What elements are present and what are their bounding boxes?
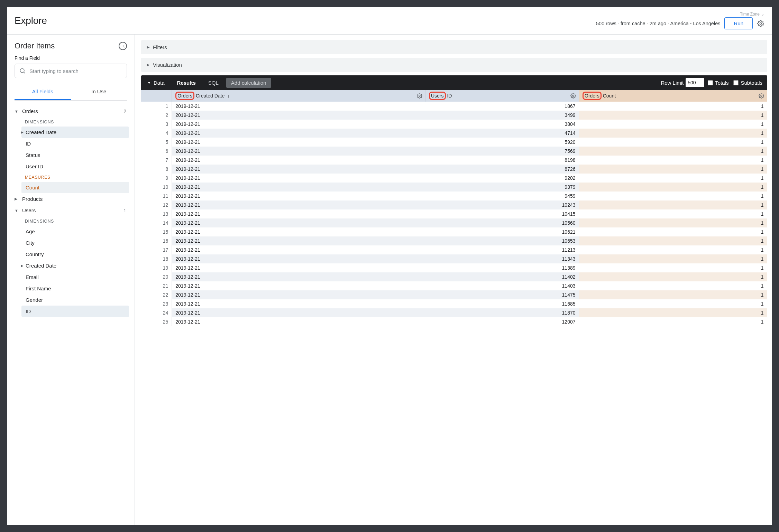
- cell[interactable]: 2019-12-21: [172, 281, 425, 290]
- table-row[interactable]: 212019-12-21114031: [141, 281, 767, 290]
- cell[interactable]: 2019-12-21: [172, 200, 425, 209]
- cell[interactable]: 12007: [425, 317, 579, 326]
- cell[interactable]: 1: [579, 254, 767, 263]
- cell[interactable]: 10243: [425, 200, 579, 209]
- cell[interactable]: 10560: [425, 218, 579, 227]
- cell[interactable]: 2019-12-21: [172, 192, 425, 200]
- totals-checkbox[interactable]: [708, 80, 713, 85]
- table-row[interactable]: 142019-12-21105601: [141, 218, 767, 227]
- cell[interactable]: 8726: [425, 165, 579, 174]
- table-row[interactable]: 22019-12-2134991: [141, 111, 767, 120]
- cell[interactable]: 1: [579, 165, 767, 174]
- field-email[interactable]: Email: [21, 271, 129, 283]
- field-created-date[interactable]: ▶Created Date: [21, 127, 129, 138]
- cell[interactable]: 1: [579, 156, 767, 165]
- field-status[interactable]: Status: [21, 149, 129, 161]
- filters-section[interactable]: ▶ Filters: [141, 40, 767, 54]
- field-user-id[interactable]: User ID: [21, 161, 129, 172]
- cell[interactable]: 1: [579, 147, 767, 156]
- cell[interactable]: 2019-12-21: [172, 299, 425, 308]
- cell[interactable]: 1: [579, 308, 767, 317]
- cell[interactable]: 1: [579, 272, 767, 281]
- cell[interactable]: 1: [579, 183, 767, 192]
- tab-in-use[interactable]: In Use: [71, 84, 127, 100]
- cell[interactable]: 10415: [425, 209, 579, 218]
- cell[interactable]: 10621: [425, 227, 579, 236]
- cell[interactable]: 2019-12-21: [172, 254, 425, 263]
- cell[interactable]: 1: [579, 236, 767, 245]
- cell[interactable]: 1: [579, 174, 767, 183]
- table-row[interactable]: 12019-12-2118671: [141, 102, 767, 111]
- cell[interactable]: 7569: [425, 147, 579, 156]
- table-row[interactable]: 222019-12-21114751: [141, 290, 767, 299]
- group-products[interactable]: ▶Products: [7, 193, 132, 205]
- data-section-toggle[interactable]: ▼ Data: [141, 75, 171, 90]
- cell[interactable]: 2019-12-21: [172, 218, 425, 227]
- cell[interactable]: 2019-12-21: [172, 308, 425, 317]
- visualization-section[interactable]: ▶ Visualization: [141, 58, 767, 72]
- cell[interactable]: 11213: [425, 245, 579, 254]
- subtotals-checkbox[interactable]: [733, 80, 739, 85]
- field-city[interactable]: City: [21, 237, 129, 249]
- field-count[interactable]: Count: [21, 182, 129, 193]
- field-first-name[interactable]: First Name: [21, 283, 129, 294]
- cell[interactable]: 2019-12-21: [172, 156, 425, 165]
- tab-all-fields[interactable]: All Fields: [15, 84, 71, 100]
- table-row[interactable]: 122019-12-21102431: [141, 200, 767, 209]
- table-row[interactable]: 42019-12-2147141: [141, 129, 767, 138]
- cell[interactable]: 2019-12-21: [172, 272, 425, 281]
- totals-toggle[interactable]: Totals: [708, 80, 728, 86]
- cell[interactable]: 1: [579, 200, 767, 209]
- table-row[interactable]: 172019-12-21112131: [141, 245, 767, 254]
- cell[interactable]: 1: [579, 192, 767, 200]
- table-row[interactable]: 182019-12-21113431: [141, 254, 767, 263]
- table-row[interactable]: 72019-12-2181981: [141, 156, 767, 165]
- cell[interactable]: 2019-12-21: [172, 174, 425, 183]
- cell[interactable]: 1: [579, 245, 767, 254]
- field-age[interactable]: Age: [21, 226, 129, 237]
- subtotals-toggle[interactable]: Subtotals: [733, 80, 762, 86]
- cell[interactable]: 3804: [425, 120, 579, 129]
- add-calculation-button[interactable]: Add calculation: [226, 78, 271, 88]
- cell[interactable]: 9379: [425, 183, 579, 192]
- table-row[interactable]: 92019-12-2192021: [141, 174, 767, 183]
- group-users[interactable]: ▼Users1: [7, 205, 132, 216]
- cell[interactable]: 1: [579, 281, 767, 290]
- cell[interactable]: 8198: [425, 156, 579, 165]
- cell[interactable]: 11870: [425, 308, 579, 317]
- field-list[interactable]: ▼Orders2DIMENSIONS▶Created DateIDStatusU…: [7, 104, 135, 525]
- group-orders[interactable]: ▼Orders2: [7, 105, 132, 117]
- cell[interactable]: 1: [579, 317, 767, 326]
- settings-button[interactable]: [757, 20, 764, 27]
- cell[interactable]: 11403: [425, 281, 579, 290]
- search-input[interactable]: [29, 68, 122, 74]
- cell[interactable]: 1: [579, 138, 767, 147]
- tab-sql[interactable]: SQL: [202, 75, 225, 90]
- cell[interactable]: 2019-12-21: [172, 209, 425, 218]
- cell[interactable]: 2019-12-21: [172, 120, 425, 129]
- results-scroll[interactable]: Orders Created Date ↓Users IDOrders Coun…: [141, 90, 767, 525]
- cell[interactable]: 1: [579, 290, 767, 299]
- run-button[interactable]: Run: [724, 17, 753, 29]
- cell[interactable]: 1: [579, 263, 767, 272]
- cell[interactable]: 2019-12-21: [172, 317, 425, 326]
- field-country[interactable]: Country: [21, 249, 129, 260]
- table-row[interactable]: 62019-12-2175691: [141, 147, 767, 156]
- cell[interactable]: 2019-12-21: [172, 129, 425, 138]
- cell[interactable]: 4714: [425, 129, 579, 138]
- column-menu-button[interactable]: [759, 93, 764, 99]
- collapse-panel-button[interactable]: 〈: [119, 42, 127, 50]
- search-field-wrapper[interactable]: [15, 64, 127, 78]
- table-row[interactable]: 102019-12-2193791: [141, 183, 767, 192]
- table-row[interactable]: 152019-12-21106211: [141, 227, 767, 236]
- table-row[interactable]: 162019-12-21106531: [141, 236, 767, 245]
- timezone-selector[interactable]: Time Zone ⌄: [740, 12, 764, 17]
- cell[interactable]: 2019-12-21: [172, 111, 425, 120]
- cell[interactable]: 11343: [425, 254, 579, 263]
- cell[interactable]: 1: [579, 120, 767, 129]
- cell[interactable]: 1: [579, 111, 767, 120]
- cell[interactable]: 2019-12-21: [172, 236, 425, 245]
- table-row[interactable]: 32019-12-2138041: [141, 120, 767, 129]
- cell[interactable]: 11685: [425, 299, 579, 308]
- table-row[interactable]: 132019-12-21104151: [141, 209, 767, 218]
